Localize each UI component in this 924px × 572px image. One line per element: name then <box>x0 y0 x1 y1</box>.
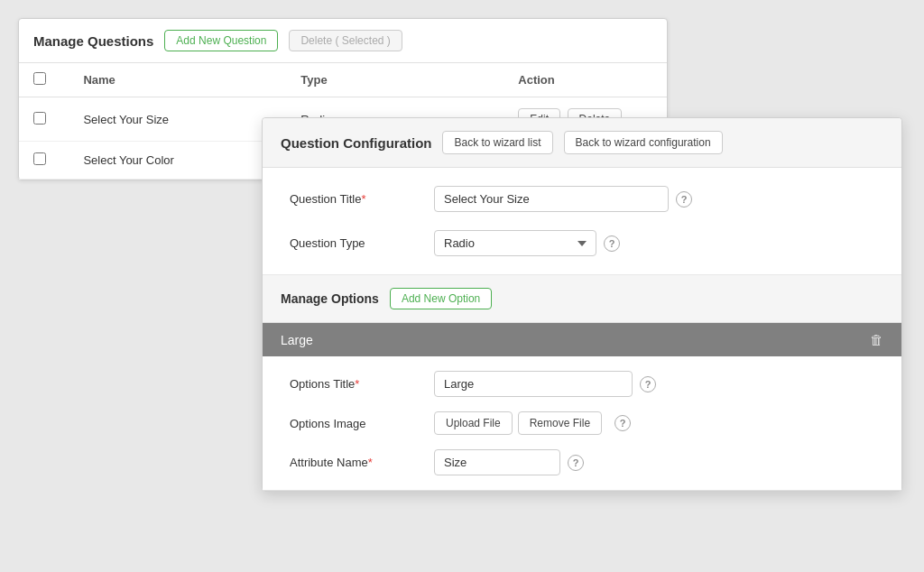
options-title-help-icon[interactable]: ? <box>640 376 656 392</box>
option-item-body-large: Options Title* ? Options Image Upload Fi… <box>263 356 901 490</box>
row2-check-cell <box>19 142 69 180</box>
row1-check-cell <box>19 97 69 142</box>
option-title-label: Large <box>281 333 313 347</box>
remove-file-button[interactable]: Remove File <box>518 411 602 435</box>
row1-name: Select Your Size <box>69 97 286 142</box>
attribute-name-input[interactable] <box>434 449 560 475</box>
question-config-body: Question Title* ? Question Type Radio Ch… <box>263 168 901 491</box>
col-header-type: Type <box>286 63 504 97</box>
row2-name: Select Your Color <box>69 142 286 180</box>
options-title-input[interactable] <box>434 371 633 397</box>
option-item-header-large: Large 🗑 <box>263 323 901 356</box>
manage-questions-title: Manage Questions <box>33 33 153 49</box>
required-star-attr: * <box>368 456 373 469</box>
row1-checkbox[interactable] <box>33 112 46 125</box>
question-type-row: Question Type Radio Checkbox Text Dropdo… <box>290 230 874 256</box>
col-header-action: Action <box>504 63 667 97</box>
back-wizard-config-button[interactable]: Back to wizard configuration <box>564 131 723 154</box>
attribute-name-row: Attribute Name* ? <box>290 449 874 475</box>
select-all-checkbox[interactable] <box>33 72 46 85</box>
add-new-option-button[interactable]: Add New Option <box>390 288 492 309</box>
option-item-large: Large 🗑 Options Title* ? Options Image U… <box>263 323 901 491</box>
question-title-input[interactable] <box>434 186 669 212</box>
manage-options-title: Manage Options <box>281 291 379 306</box>
col-header-check <box>19 63 69 97</box>
col-header-name: Name <box>69 63 286 97</box>
options-image-label: Options Image <box>290 417 434 430</box>
options-title-label: Options Title* <box>290 377 434 391</box>
delete-selected-button[interactable]: Delete ( Selected ) <box>289 30 402 51</box>
trash-icon[interactable]: 🗑 <box>870 332 883 347</box>
options-image-row: Options Image Upload File Remove File ? <box>290 411 874 435</box>
question-form-section: Question Title* ? Question Type Radio Ch… <box>263 168 901 275</box>
question-config-header: Question Configuration Back to wizard li… <box>263 118 901 168</box>
question-config-title: Question Configuration <box>281 135 431 151</box>
manage-questions-header: Manage Questions Add New Question Delete… <box>19 19 667 63</box>
question-title-label: Question Title* <box>290 192 434 206</box>
upload-file-button[interactable]: Upload File <box>434 411 513 435</box>
question-title-row: Question Title* ? <box>290 186 874 212</box>
options-title-row: Options Title* ? <box>290 371 874 397</box>
question-type-label: Question Type <box>290 236 434 250</box>
row2-checkbox[interactable] <box>33 152 46 165</box>
question-type-select[interactable]: Radio Checkbox Text Dropdown <box>434 230 596 256</box>
required-star-title: * <box>362 192 366 206</box>
question-type-help-icon[interactable]: ? <box>604 235 620 252</box>
question-title-help-icon[interactable]: ? <box>676 191 692 208</box>
attribute-name-help-icon[interactable]: ? <box>568 455 584 471</box>
back-wizard-list-button[interactable]: Back to wizard list <box>442 131 552 154</box>
required-star-options: * <box>355 377 359 391</box>
options-image-help-icon[interactable]: ? <box>614 415 631 431</box>
attribute-name-label: Attribute Name* <box>290 456 434 469</box>
table-header-row: Name Type Action <box>19 63 667 97</box>
add-new-question-button[interactable]: Add New Question <box>164 30 278 51</box>
manage-options-header: Manage Options Add New Option <box>263 275 901 323</box>
question-config-panel: Question Configuration Back to wizard li… <box>262 117 902 492</box>
